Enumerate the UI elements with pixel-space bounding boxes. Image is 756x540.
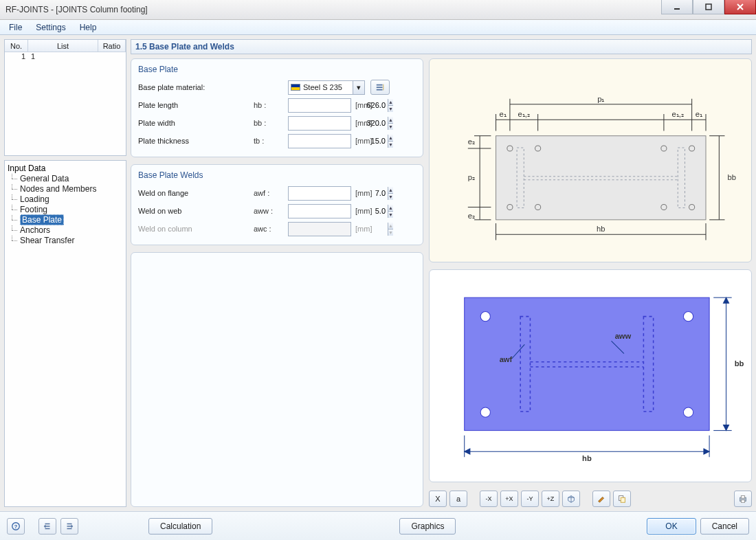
spin-down-icon[interactable]: ▼ xyxy=(388,194,393,200)
view-iso-button[interactable] xyxy=(562,491,580,507)
view-print-button[interactable] xyxy=(734,491,752,507)
unit-weld-web: [mm] xyxy=(355,207,372,215)
spin-up-icon[interactable]: ▲ xyxy=(388,117,393,124)
unit-weld-flange: [mm] xyxy=(355,189,372,197)
svg-text:hb: hb xyxy=(597,225,605,233)
svg-rect-3 xyxy=(496,136,706,220)
label-weld-column: Weld on column xyxy=(137,225,254,233)
input-weld-web[interactable]: ▲▼ xyxy=(288,204,351,218)
menu-file[interactable]: File xyxy=(3,21,28,34)
view-copy-button[interactable] xyxy=(613,491,631,507)
list-header-list[interactable]: List xyxy=(28,40,98,52)
menu-settings[interactable]: Settings xyxy=(30,21,71,34)
svg-point-52 xyxy=(480,407,490,417)
input-plate-width[interactable]: ▲▼ xyxy=(288,116,351,131)
chevron-down-icon: ▾ xyxy=(353,81,364,94)
menu-bar: File Settings Help xyxy=(0,20,756,35)
nav-next-button[interactable] xyxy=(60,518,78,535)
input-plate-thickness[interactable]: ▲▼ xyxy=(288,134,351,148)
svg-point-51 xyxy=(683,311,693,321)
list-cell-list: 1 xyxy=(28,52,126,63)
diagram-welds[interactable]: awf aww hb xyxy=(429,269,752,482)
spin-up-icon[interactable]: ▲ xyxy=(388,99,393,106)
svg-rect-2 xyxy=(383,85,383,91)
spin-up-icon[interactable]: ▲ xyxy=(388,135,393,142)
list-header-no[interactable]: No. xyxy=(5,40,28,52)
material-select[interactable]: Steel S 235 ▾ xyxy=(288,80,365,95)
svg-text:e₁,₂: e₁,₂ xyxy=(518,110,530,118)
graphics-button[interactable]: Graphics xyxy=(399,518,456,535)
label-material: Base plate material: xyxy=(137,83,254,91)
svg-point-50 xyxy=(480,311,490,321)
ok-button[interactable]: OK xyxy=(647,518,696,535)
sym-weld-flange: awf : xyxy=(254,189,288,197)
cancel-button[interactable]: Cancel xyxy=(700,518,749,535)
tree-item-anchors[interactable]: Anchors xyxy=(8,225,123,236)
tree-item-loading[interactable]: Loading xyxy=(8,194,123,205)
spin-down-icon[interactable]: ▼ xyxy=(388,124,393,130)
diagram-dimensions[interactable]: p₁ e₁ e₁,₂ e₁,₂ e₁ e₂ xyxy=(429,58,752,262)
svg-rect-67 xyxy=(741,496,744,499)
minimize-button[interactable] xyxy=(661,0,693,14)
input-weld-flange[interactable]: ▲▼ xyxy=(288,186,351,201)
view-neg-x-button[interactable]: -X xyxy=(480,491,498,507)
list-row[interactable]: 1 1 xyxy=(5,52,126,63)
group-welds: Base Plate Welds Weld on flange awf : ▲▼… xyxy=(131,164,423,245)
tree-root[interactable]: Input Data xyxy=(8,164,123,174)
svg-text:bb: bb xyxy=(735,359,744,368)
input-weld-column: ▲▼ xyxy=(288,222,351,236)
svg-text:?: ? xyxy=(14,523,18,529)
calculation-button[interactable]: Calculation xyxy=(148,518,212,535)
material-library-button[interactable] xyxy=(370,80,390,95)
tree-item-shear-transfer[interactable]: Shear Transfer xyxy=(8,236,123,246)
view-edit-button[interactable] xyxy=(592,491,610,507)
svg-text:e₁: e₁ xyxy=(500,110,507,118)
tree-item-base-plate[interactable]: Base Plate xyxy=(8,215,123,225)
group-base-plate: Base Plate Base plate material: Steel S … xyxy=(131,58,423,157)
tree-item-general-data[interactable]: General Data xyxy=(8,174,123,184)
svg-point-53 xyxy=(683,407,693,417)
unit-thick: [mm] xyxy=(355,137,372,145)
close-button[interactable] xyxy=(724,0,756,14)
svg-rect-65 xyxy=(621,497,625,502)
svg-text:bb: bb xyxy=(728,173,736,181)
eu-flag-icon xyxy=(291,84,300,91)
unit-length: [mm] xyxy=(355,101,372,109)
spin-down-icon[interactable]: ▼ xyxy=(388,106,393,112)
unit-weld-column: [mm] xyxy=(355,225,372,233)
spare-panel xyxy=(131,252,423,507)
spin-up-icon[interactable]: ▲ xyxy=(388,187,393,194)
spin-down-icon[interactable]: ▼ xyxy=(388,212,393,218)
window-title: RF-JOINTS - [JOINTS Column footing] xyxy=(5,5,148,14)
graphics-column: p₁ e₁ e₁,₂ e₁,₂ e₁ e₂ xyxy=(429,58,752,507)
maximize-button[interactable] xyxy=(693,0,724,14)
nav-prev-button[interactable] xyxy=(38,518,56,535)
list-header-ratio[interactable]: Ratio xyxy=(98,40,126,52)
tree-item-nodes-members[interactable]: Nodes and Members xyxy=(8,184,123,194)
input-plate-length[interactable]: ▲▼ xyxy=(288,98,351,113)
svg-rect-1 xyxy=(706,4,711,10)
view-pos-x-button[interactable]: +X xyxy=(500,491,518,507)
view-x-button[interactable]: X xyxy=(429,491,447,507)
label-width: Plate width xyxy=(137,119,254,127)
spin-up-icon: ▲ xyxy=(388,223,393,229)
form-column: Base Plate Base plate material: Steel S … xyxy=(131,58,423,507)
menu-help[interactable]: Help xyxy=(74,21,103,34)
tree-item-footing[interactable]: Footing xyxy=(8,205,123,215)
label-weld-web: Weld on web xyxy=(137,207,254,215)
spin-down-icon: ▼ xyxy=(388,229,393,236)
section-title: 1.5 Base Plate and Welds xyxy=(131,39,752,54)
sym-weld-web: aww : xyxy=(254,207,288,215)
svg-rect-45 xyxy=(465,297,709,430)
help-button[interactable]: ? xyxy=(7,518,25,535)
svg-text:p₁: p₁ xyxy=(597,95,604,103)
workspace: No. List Ratio 1 1 Input Data General Da… xyxy=(0,35,756,511)
view-toolbar: X a -X +X -Y +Z xyxy=(429,489,752,507)
spin-down-icon[interactable]: ▼ xyxy=(388,142,393,148)
view-neg-y-button[interactable]: -Y xyxy=(521,491,539,507)
title-bar: RF-JOINTS - [JOINTS Column footing] xyxy=(0,0,756,20)
view-pos-z-button[interactable]: +Z xyxy=(542,491,559,507)
navigator-tree[interactable]: Input Data General Data Nodes and Member… xyxy=(4,160,126,507)
view-text-button[interactable]: a xyxy=(449,491,467,507)
spin-up-icon[interactable]: ▲ xyxy=(388,205,393,212)
